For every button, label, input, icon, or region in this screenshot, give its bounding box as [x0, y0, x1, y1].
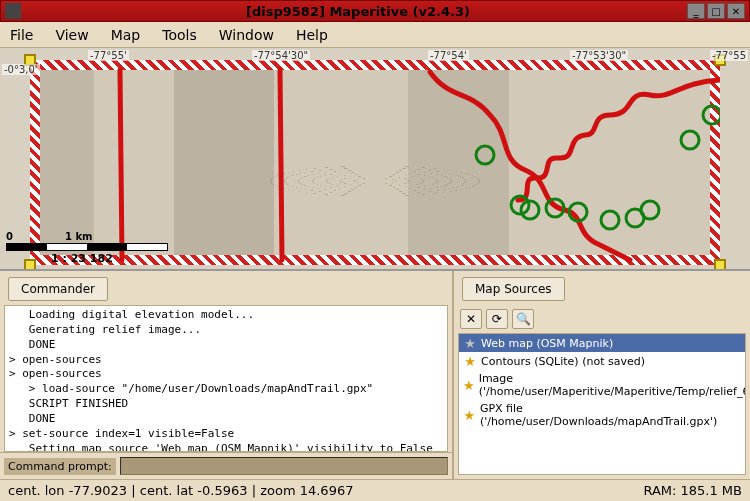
maximize-button[interactable]: □ [707, 3, 725, 19]
bounds-border [30, 60, 720, 70]
source-find-button[interactable]: 🔍 [512, 309, 534, 329]
titlebar: [disp9582] Maperitive (v2.4.3) ‗ □ ✕ [0, 0, 750, 22]
coord-label: -77°53'30" [570, 50, 628, 61]
source-item[interactable]: ★ Image ('/home/user/Maperitive/Maperiti… [459, 370, 745, 400]
source-refresh-button[interactable]: ⟳ [486, 309, 508, 329]
sources-list: ★ Web map (OSM Mapnik) ★ Contours (SQLit… [458, 333, 746, 475]
star-icon[interactable]: ★ [463, 336, 477, 350]
star-icon[interactable]: ★ [463, 354, 477, 368]
map-viewport[interactable]: -0°3,0' -77°55' -77°54'30" -77°54' -77°5… [0, 48, 750, 271]
coord-label: -0°3,0' [2, 64, 40, 75]
coord-label: -77°55' [88, 50, 129, 61]
statusbar: cent. lon -77.9023 | cent. lat -0.5963 |… [0, 479, 750, 501]
close-button[interactable]: ✕ [727, 3, 745, 19]
status-coords: cent. lon -77.9023 | cent. lat -0.5963 |… [8, 483, 353, 498]
scale-bar: 01 km 1 : 23 182 [6, 231, 168, 265]
menu-tools[interactable]: Tools [162, 27, 197, 43]
bounds-handle-se[interactable] [714, 259, 726, 271]
minimize-button[interactable]: ‗ [687, 3, 705, 19]
source-item-label: GPX file ('/home/user/Downloads/mapAndTr… [480, 402, 741, 428]
app-icon [5, 3, 21, 19]
command-prompt-input[interactable] [120, 457, 448, 475]
menu-file[interactable]: File [10, 27, 33, 43]
menu-help[interactable]: Help [296, 27, 328, 43]
source-item[interactable]: ★ Contours (SQLite) (not saved) [459, 352, 745, 370]
star-icon[interactable]: ★ [463, 408, 476, 422]
coord-label: -77°55 [710, 50, 748, 61]
command-prompt-label: Command prompt: [4, 458, 116, 475]
commander-tab[interactable]: Commander [8, 277, 108, 301]
window-title: [disp9582] Maperitive (v2.4.3) [29, 4, 687, 19]
coord-label: -77°54'30" [252, 50, 310, 61]
bounds-border [710, 60, 720, 265]
relief-shading [40, 70, 710, 255]
source-item[interactable]: ★ GPX file ('/home/user/Downloads/mapAnd… [459, 400, 745, 430]
console-output: Loading digital elevation model... Gener… [4, 305, 448, 452]
source-remove-button[interactable]: ✕ [460, 309, 482, 329]
map-sources-panel: Map Sources ✕ ⟳ 🔍 ★ Web map (OSM Mapnik)… [454, 271, 750, 479]
map-sources-tab[interactable]: Map Sources [462, 277, 565, 301]
source-item-label: Image ('/home/user/Maperitive/Maperitive… [479, 372, 746, 398]
menu-view[interactable]: View [55, 27, 88, 43]
source-item[interactable]: ★ Web map (OSM Mapnik) [459, 334, 745, 352]
menubar: File View Map Tools Window Help [0, 22, 750, 48]
source-item-label: Contours (SQLite) (not saved) [481, 355, 645, 368]
source-item-label: Web map (OSM Mapnik) [481, 337, 613, 350]
coord-label: -77°54' [428, 50, 469, 61]
star-icon[interactable]: ★ [463, 378, 475, 392]
status-ram: RAM: 185.1 MB [643, 483, 742, 498]
commander-panel: Commander Loading digital elevation mode… [0, 271, 454, 479]
menu-map[interactable]: Map [111, 27, 141, 43]
menu-window[interactable]: Window [219, 27, 274, 43]
